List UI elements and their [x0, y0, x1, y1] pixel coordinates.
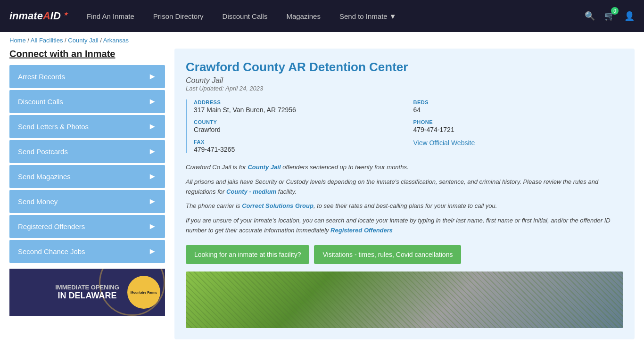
description-2: All prisons and jails have Security or C…	[186, 177, 623, 197]
fax-value: 479-471-3265	[194, 146, 404, 153]
sidebar-item-label: Send Money	[18, 197, 58, 206]
ad-line2: IN DELAWARE	[55, 291, 119, 301]
header: inmateAID ★ Find An Inmate Prison Direct…	[0, 0, 644, 32]
fax-block: FAX 479-471-3265	[194, 139, 404, 153]
beds-block: BEDS 64	[413, 99, 624, 114]
beds-value: 64	[413, 106, 624, 114]
county-value: Crawford	[194, 126, 404, 133]
beds-label: BEDS	[413, 99, 624, 105]
website-block: View Official Website	[413, 139, 624, 153]
sidebar: Connect with an Inmate Arrest Records ► …	[9, 49, 165, 339]
breadcrumb: Home / All Facilities / County Jail / Ar…	[0, 32, 644, 49]
search-icon[interactable]: 🔍	[585, 11, 595, 21]
arrow-icon: ►	[148, 97, 157, 107]
fax-label: FAX	[194, 139, 404, 145]
sidebar-item-registered-offenders[interactable]: Registered Offenders ►	[9, 215, 165, 238]
sidebar-item-label: Second Chance Jobs	[18, 247, 85, 255]
breadcrumb-all-facilities[interactable]: All Facilities	[31, 37, 63, 44]
sidebar-item-send-money[interactable]: Send Money ►	[9, 190, 165, 213]
image-overlay	[186, 272, 623, 328]
county-label: COUNTY	[194, 119, 404, 125]
address-block: ADDRESS 317 Main St, Van Buren, AR 72956	[194, 99, 404, 114]
county-medium-link[interactable]: County - medium	[226, 188, 276, 195]
arrow-icon: ►	[148, 172, 157, 181]
phone-label: PHONE	[413, 119, 624, 125]
nav-magazines[interactable]: Magazines	[286, 12, 321, 20]
sidebar-item-label: Send Postcards	[18, 148, 68, 156]
facility-info-grid: ADDRESS 317 Main St, Van Buren, AR 72956…	[186, 99, 623, 153]
address-label: ADDRESS	[194, 99, 404, 105]
phone-value: 479-474-1721	[413, 126, 624, 133]
arrow-icon: ►	[148, 247, 157, 256]
facility-type: County Jail	[186, 76, 623, 85]
main-nav: Find An Inmate Prison Directory Discount…	[87, 12, 570, 20]
phone-block: PHONE 479-474-1721	[413, 119, 624, 133]
description-4: If you are unsure of your inmate's locat…	[186, 216, 623, 236]
facility-last-updated: Last Updated: April 24, 2023	[186, 85, 623, 92]
breadcrumb-home[interactable]: Home	[9, 37, 26, 44]
arrow-icon: ►	[148, 122, 157, 132]
ad-logo: Mountaire Farms	[127, 276, 160, 309]
sidebar-menu: Arrest Records ► Discount Calls ► Send L…	[9, 65, 165, 263]
user-icon[interactable]: 👤	[624, 11, 635, 21]
arrow-icon: ►	[148, 222, 157, 231]
cart-badge: 0	[611, 7, 619, 15]
website-value[interactable]: View Official Website	[413, 139, 624, 147]
county-jail-link[interactable]: County Jail	[248, 164, 281, 171]
sidebar-ad[interactable]: IMMEDIATE OPENING IN DELAWARE Mountaire …	[9, 269, 165, 316]
sidebar-item-label: Send Magazines	[18, 173, 71, 181]
arrow-icon: ►	[148, 197, 157, 206]
registered-offenders-link[interactable]: Registered Offenders	[330, 227, 393, 234]
facility-title: Crawford County AR Detention Center	[186, 60, 623, 74]
description-3: The phone carrier is Correct Solutions G…	[186, 201, 623, 211]
ad-line1: IMMEDIATE OPENING	[55, 284, 119, 291]
sidebar-item-send-postcards[interactable]: Send Postcards ►	[9, 140, 165, 163]
sidebar-item-label: Send Letters & Photos	[18, 123, 89, 131]
nav-find-inmate[interactable]: Find An Inmate	[87, 12, 134, 20]
action-buttons: Looking for an inmate at this facility? …	[186, 245, 623, 264]
sidebar-item-second-chance-jobs[interactable]: Second Chance Jobs ►	[9, 240, 165, 263]
logo[interactable]: inmateAID ★	[9, 10, 68, 22]
main-layout: Connect with an Inmate Arrest Records ► …	[0, 49, 644, 339]
find-inmate-button[interactable]: Looking for an inmate at this facility?	[186, 245, 309, 264]
sidebar-item-arrest-records[interactable]: Arrest Records ►	[9, 65, 165, 88]
main-content: Crawford County AR Detention Center Coun…	[174, 49, 635, 339]
facility-image	[186, 272, 623, 328]
nav-discount-calls[interactable]: Discount Calls	[223, 12, 268, 20]
arrow-icon: ►	[148, 72, 157, 82]
cart-icon[interactable]: 🛒 0	[604, 11, 615, 21]
breadcrumb-arkansas[interactable]: Arkansas	[103, 37, 129, 44]
header-icons: 🔍 🛒 0 👤	[585, 11, 635, 21]
county-block: COUNTY Crawford	[194, 119, 404, 133]
sidebar-item-label: Arrest Records	[18, 73, 65, 81]
visitations-button[interactable]: Visitations - times, rules, Covid cancel…	[314, 245, 461, 264]
breadcrumb-county-jail[interactable]: County Jail	[68, 37, 98, 44]
correct-solutions-link[interactable]: Correct Solutions Group	[242, 202, 314, 209]
sidebar-title: Connect with an Inmate	[9, 49, 165, 59]
sidebar-item-discount-calls[interactable]: Discount Calls ►	[9, 90, 165, 113]
logo-text: inmateAID ★	[9, 10, 68, 22]
address-value: 317 Main St, Van Buren, AR 72956	[194, 106, 404, 114]
arrow-icon: ►	[148, 147, 157, 156]
nav-prison-directory[interactable]: Prison Directory	[153, 12, 204, 20]
nav-send-inmate[interactable]: Send to Inmate ▼	[339, 12, 396, 20]
sidebar-item-send-magazines[interactable]: Send Magazines ►	[9, 165, 165, 188]
description-1: Crawford Co Jail is for County Jail offe…	[186, 163, 623, 173]
sidebar-item-send-letters[interactable]: Send Letters & Photos ►	[9, 115, 165, 138]
official-website-link[interactable]: View Official Website	[413, 139, 475, 147]
sidebar-item-label: Registered Offenders	[18, 222, 85, 230]
sidebar-item-label: Discount Calls	[18, 98, 63, 106]
sidebar-ad-text: IMMEDIATE OPENING IN DELAWARE	[50, 279, 124, 305]
